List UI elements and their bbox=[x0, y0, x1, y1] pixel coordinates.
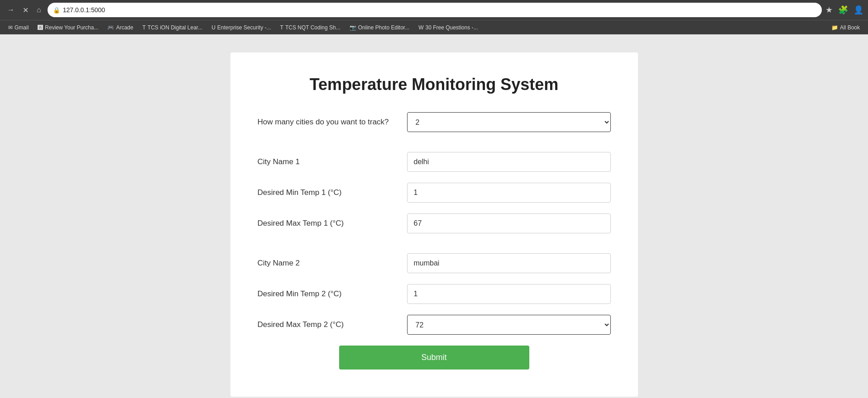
browser-chrome: → ✕ ⌂ 🔒 ★ 🧩 👤 ✉ Gmail 🅰 Review Your Purc… bbox=[0, 0, 868, 34]
city1-max-row: Desired Max Temp 1 (°C) bbox=[258, 213, 611, 233]
browser-toolbar: → ✕ ⌂ 🔒 ★ 🧩 👤 bbox=[0, 0, 868, 20]
city1-name-input[interactable] bbox=[407, 152, 611, 172]
bookmark-photo-label: Online Photo Editor... bbox=[358, 24, 409, 31]
city2-min-input[interactable] bbox=[407, 284, 611, 304]
cities-count-row: How many cities do you want to track? 1 … bbox=[258, 112, 611, 132]
cities-count-label: How many cities do you want to track? bbox=[258, 118, 407, 127]
gmail-icon: ✉ bbox=[8, 24, 13, 31]
all-books-label: All Book bbox=[840, 24, 860, 31]
bookmark-arcade[interactable]: 🎮 Arcade bbox=[104, 24, 137, 32]
city1-min-row: Desired Min Temp 1 (°C) bbox=[258, 183, 611, 203]
lock-icon: 🔒 bbox=[53, 7, 60, 14]
extensions-icon[interactable]: 🧩 bbox=[838, 5, 848, 15]
bookmark-tcs-ion[interactable]: T TCS iON Digital Lear... bbox=[139, 24, 206, 32]
city2-name-input[interactable] bbox=[407, 253, 611, 273]
city1-name-label: City Name 1 bbox=[258, 157, 407, 166]
enterprise-icon: U bbox=[211, 24, 216, 31]
page-content: Temperature Monitoring System How many c… bbox=[0, 34, 868, 398]
city2-name-row: City Name 2 bbox=[258, 253, 611, 273]
nav-buttons: → ✕ ⌂ bbox=[5, 4, 44, 16]
bookmark-arcade-label: Arcade bbox=[116, 24, 133, 31]
tcs-nqt-icon: T bbox=[280, 24, 283, 31]
home-button[interactable]: ⌂ bbox=[34, 4, 44, 16]
arcade-icon: 🎮 bbox=[107, 24, 114, 31]
bookmark-30free[interactable]: W 30 Free Questions -... bbox=[415, 24, 481, 32]
city2-min-row: Desired Min Temp 2 (°C) bbox=[258, 284, 611, 304]
city2-min-label: Desired Min Temp 2 (°C) bbox=[258, 289, 407, 298]
bookmark-review-label: Review Your Purcha... bbox=[45, 24, 98, 31]
bookmark-enterprise[interactable]: U Enterprise Security -... bbox=[208, 24, 274, 32]
bookmarks-bar: ✉ Gmail 🅰 Review Your Purcha... 🎮 Arcade… bbox=[0, 20, 868, 34]
bookmark-gmail-label: Gmail bbox=[14, 24, 29, 31]
city1-min-label: Desired Min Temp 1 (°C) bbox=[258, 188, 407, 197]
bookmark-enterprise-label: Enterprise Security -... bbox=[217, 24, 271, 31]
city1-name-row: City Name 1 bbox=[258, 152, 611, 172]
bookmark-tcs-ion-label: TCS iON Digital Lear... bbox=[148, 24, 202, 31]
bookmark-gmail[interactable]: ✉ Gmail bbox=[5, 24, 32, 32]
close-button[interactable]: ✕ bbox=[20, 4, 31, 16]
tcs-ion-icon: T bbox=[142, 24, 145, 31]
address-bar[interactable]: 🔒 bbox=[48, 3, 822, 17]
city2-max-label: Desired Max Temp 2 (°C) bbox=[258, 320, 407, 329]
star-icon[interactable]: ★ bbox=[825, 5, 833, 15]
page-title: Temperature Monitoring System bbox=[258, 75, 611, 94]
form-container: Temperature Monitoring System How many c… bbox=[230, 52, 638, 397]
city2-max-select[interactable]: 70 71 72 73 74 bbox=[407, 315, 611, 335]
submit-button[interactable]: Submit bbox=[339, 346, 529, 370]
bookmark-tcs-nqt-label: TCS NQT Coding Sh... bbox=[285, 24, 340, 31]
all-books-icon: 📁 bbox=[831, 24, 838, 31]
address-input[interactable] bbox=[63, 6, 816, 14]
all-books-button[interactable]: 📁 All Book bbox=[828, 24, 863, 32]
photo-icon: 📷 bbox=[350, 24, 356, 31]
city1-min-input[interactable] bbox=[407, 183, 611, 203]
bookmark-30free-label: 30 Free Questions -... bbox=[425, 24, 478, 31]
city2-max-row: Desired Max Temp 2 (°C) 70 71 72 73 74 bbox=[258, 315, 611, 335]
profile-icon[interactable]: 👤 bbox=[854, 5, 863, 15]
review-icon: 🅰 bbox=[38, 24, 43, 31]
30free-icon: W bbox=[418, 24, 423, 31]
bookmark-tcs-nqt[interactable]: T TCS NQT Coding Sh... bbox=[277, 24, 344, 32]
city2-name-label: City Name 2 bbox=[258, 259, 407, 268]
toolbar-right: ★ 🧩 👤 bbox=[825, 5, 863, 15]
cities-count-select[interactable]: 1 2 3 4 5 bbox=[407, 112, 611, 132]
back-button[interactable]: → bbox=[5, 4, 17, 16]
bookmark-photo[interactable]: 📷 Online Photo Editor... bbox=[346, 24, 413, 32]
bookmark-review[interactable]: 🅰 Review Your Purcha... bbox=[34, 24, 102, 32]
city1-max-input[interactable] bbox=[407, 213, 611, 233]
city1-max-label: Desired Max Temp 1 (°C) bbox=[258, 219, 407, 228]
